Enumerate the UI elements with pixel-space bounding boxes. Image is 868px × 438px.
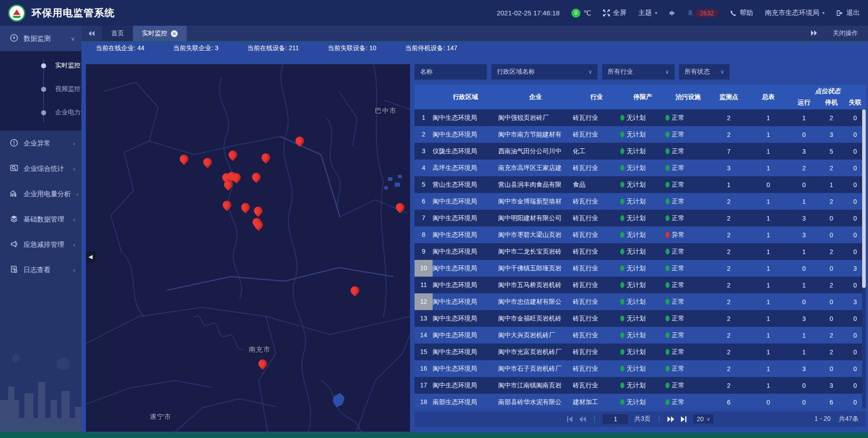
cell-run: 1 (790, 282, 818, 289)
fullscreen-button[interactable]: 全屏 (603, 9, 627, 17)
status-dot-green (620, 249, 624, 254)
cell-meters: 1 (747, 131, 790, 138)
cell-stop: 2 (818, 248, 844, 255)
table-row[interactable]: 17阆中生态环境局阆中市江南镇阆南页岩砖瓦行业无计划正常21030 (415, 377, 866, 394)
help-button[interactable]: 帮助 (730, 9, 753, 17)
last-page-button[interactable] (680, 416, 687, 422)
status-select[interactable]: 所有状态∨ (679, 64, 730, 80)
cell-meters: 1 (747, 349, 790, 356)
sidebar-item-3[interactable]: 企业综合统计‹ (0, 156, 81, 181)
table-row[interactable]: 15阆中生态环境局阆中市光富页岩机砖厂砖瓦行业无计划正常21120 (415, 344, 866, 360)
table-row[interactable]: 6阆中生态环境局阆中市金博瑞新型墙材砖瓦行业无计划正常21120 (415, 193, 866, 210)
table-row[interactable]: 2阆中生态环境局阆中市南方节能建材有砖瓦行业无计划正常21030 (415, 126, 866, 143)
facility-label: 正常 (672, 281, 684, 289)
table-row[interactable]: 12阆中生态环境局阆中市忠信建材有限公砖瓦行业无计划正常21003 (415, 293, 866, 310)
name-search-input[interactable]: 名称 (415, 64, 487, 80)
table-body[interactable]: 1阆中生态环境局阆中强锐页岩砖厂砖瓦行业无计划正常211202阆中生态环境局阆中… (415, 109, 866, 409)
sound-toggle[interactable] (669, 10, 675, 16)
cell-points: 3 (711, 165, 747, 172)
sidebar-item-7[interactable]: 日志查看‹ (0, 257, 81, 283)
tab-realtime-monitor[interactable]: 实时监控 ✕ (133, 26, 187, 41)
table-row[interactable]: 8阆中生态环境局阆中市枣碧大梁山页岩砖瓦行业无计划异常21300 (415, 226, 866, 243)
table-row[interactable]: 9阆中生态环境局阆中市二龙长宝页岩砖砖瓦行业无计划正常21120 (415, 243, 866, 260)
sidebar-item-1[interactable]: 数据监测∨ (0, 26, 81, 51)
user-menu[interactable]: 南充市生态环境局▾ (765, 9, 825, 17)
sidebar-subitem-视频监控[interactable]: 视频监控 (0, 77, 81, 101)
industry-select[interactable]: 所有行业∨ (602, 64, 675, 80)
megaphone-icon (10, 240, 18, 250)
bell-icon (687, 9, 693, 16)
logout-button[interactable]: 退出 (836, 9, 860, 17)
close-operations-button[interactable]: 关闭操作 (833, 29, 858, 38)
row-index: 12 (415, 293, 433, 310)
status-dot-green (665, 382, 670, 388)
tab-home[interactable]: 首页 (102, 26, 133, 41)
cell-region: 高坪生态环境局 (433, 164, 498, 172)
sidebar-item-4[interactable]: 企业用电量分析‹ (0, 181, 81, 207)
map-city-label: 巴中市 (375, 107, 396, 115)
tabs-scroll-right-button[interactable] (811, 30, 817, 37)
double-chevron-right-icon (667, 416, 674, 422)
sidebar-subitem-label: 实时监控 (55, 61, 80, 70)
cell-plan: 无计划 (620, 348, 665, 356)
cell-company: 阆中市五马桥页岩机砖 (498, 281, 573, 289)
cell-facility: 异常 (665, 231, 711, 239)
prev-page-button[interactable] (579, 416, 586, 422)
table-row[interactable]: 10阆中生态环境局阆中千佛镇五郎垭页岩砖瓦行业无计划正常21003 (415, 260, 866, 277)
cell-stop: 0 (818, 231, 844, 239)
cell-company: 阆中市二龙长宝页岩砖 (498, 248, 573, 256)
cell-company: 阆中大兴页岩机砖厂 (498, 331, 573, 339)
map-collapse-button[interactable]: ◀ (86, 251, 96, 263)
table-row[interactable]: 16阆中生态环境局阆中市石子页岩机砖厂砖瓦行业无计划正常21300 (415, 360, 866, 377)
status-dot-green (665, 316, 670, 321)
cell-points: 2 (711, 282, 747, 289)
sidebar-item-6[interactable]: 应急减排管理‹ (0, 232, 81, 257)
cell-run: 0 (790, 298, 818, 306)
cell-meters: 1 (747, 282, 790, 289)
page-number-input[interactable]: 1 (603, 414, 628, 424)
table-row[interactable]: 4高坪生态环境局南充市高坪区王家店建砖瓦行业无计划正常31220 (415, 160, 866, 176)
table-scrollbar[interactable] (862, 109, 866, 409)
notifications[interactable]: 2632 (687, 9, 718, 17)
cell-points: 2 (711, 349, 747, 356)
tab-close-icon[interactable]: ✕ (171, 30, 178, 37)
table-row[interactable]: 14阆中生态环境局阆中大兴页岩机砖厂砖瓦行业无计划正常21120 (415, 327, 866, 344)
cell-facility: 正常 (665, 365, 711, 373)
plan-label: 无计划 (627, 331, 646, 339)
tabs-scroll-left-button[interactable] (81, 26, 102, 41)
cell-region: 阆中生态环境局 (433, 214, 498, 222)
cell-facility: 正常 (665, 248, 711, 256)
sidebar-item-5[interactable]: 基础数据管理‹ (0, 207, 81, 232)
plan-label: 无计划 (627, 214, 646, 222)
chart-icon (10, 189, 18, 199)
facility-label: 正常 (672, 181, 684, 189)
sidebar-item-2[interactable]: 企业异常‹ (0, 131, 81, 156)
cell-industry: 砖瓦行业 (573, 348, 620, 356)
table-row[interactable]: 18南部生态环境局南部县砖华水泥有限公建材加工无计划正常60060 (415, 394, 866, 409)
cell-points: 2 (711, 315, 747, 322)
cell-region: 阆中生态环境局 (433, 331, 498, 339)
first-page-button[interactable] (566, 416, 573, 422)
app-window: 环保用电监管系统 2021-02-25 17:46:18 0 ℃ 全屏 主题▾ (0, 0, 868, 433)
table-row[interactable]: 5营山生态环境局营山县润丰肉食品有限食品无计划正常10010 (415, 176, 866, 193)
map-panel[interactable]: ◀ 巴中市南充市遂宁市 (86, 64, 410, 432)
table-row[interactable]: 3仪陇生态环境局西南油气田分公司川中化工无计划正常71350 (415, 143, 866, 160)
cell-meters: 1 (747, 165, 790, 172)
cell-points: 2 (711, 332, 747, 339)
status-dot-green (665, 349, 670, 355)
table-row[interactable]: 1阆中生态环境局阆中强锐页岩砖厂砖瓦行业无计划正常21120 (415, 109, 866, 126)
cell-stop: 0 (818, 265, 844, 272)
table-row[interactable]: 7阆中生态环境局阆中明阳建材有限公司砖瓦行业无计划正常21300 (415, 210, 866, 226)
table-row[interactable]: 13阆中生态环境局阆中市金福旺页岩机砖砖瓦行业无计划正常21300 (415, 310, 866, 327)
region-select[interactable]: 行政区域名称∨ (491, 64, 598, 80)
page-size-select[interactable]: 20∨ (693, 414, 714, 424)
cell-meters: 1 (747, 265, 790, 272)
theme-menu[interactable]: 主题▾ (638, 9, 657, 17)
sidebar-subitem-实时监控[interactable]: 实时监控 (0, 54, 81, 77)
temperature-unit: ℃ (584, 9, 591, 17)
table-row[interactable]: 11阆中生态环境局阆中市五马桥页岩机砖砖瓦行业无计划正常21120 (415, 277, 866, 293)
sidebar-subitem-企业电力负荷明细[interactable]: 企业电力负荷明细 (0, 101, 81, 124)
row-index: 4 (415, 160, 433, 176)
next-page-button[interactable] (667, 416, 674, 422)
row-index: 13 (415, 310, 433, 327)
